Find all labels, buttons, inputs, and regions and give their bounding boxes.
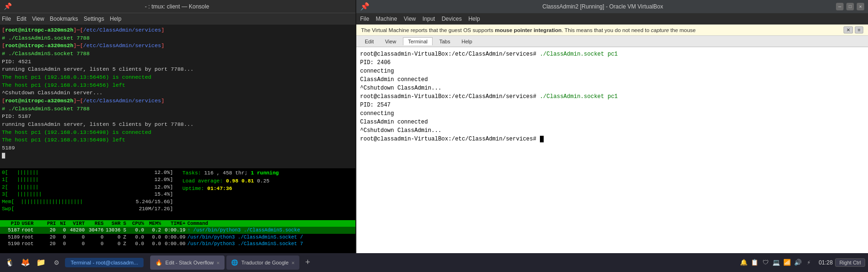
vbox-menu-view[interactable]: View xyxy=(404,16,416,22)
vbox-pin-icon: 📌 xyxy=(360,2,370,11)
tab-label-google-translate: Traductor de Google xyxy=(241,260,289,265)
vbox-menu-devices[interactable]: Devices xyxy=(442,16,462,22)
menu-settings[interactable]: Settings xyxy=(84,16,104,22)
system-clock: 01:28 xyxy=(819,259,833,266)
tray-icon-notification[interactable]: 🔔 xyxy=(739,258,748,267)
tab-icon-stackoverflow: 🔥 xyxy=(155,259,162,266)
tab-close-google-translate[interactable]: ✕ xyxy=(291,260,295,266)
tray-icon-network[interactable]: 📶 xyxy=(782,258,792,267)
taskbar-right: 🔔 📋 🛡 💻 📶 🔊 ⚡ 01:28 Right Ctrl xyxy=(739,258,865,267)
vbox-menubar: File Machine View Input Devices Help xyxy=(356,13,868,25)
vbox-window-controls: — □ ✕ xyxy=(836,3,864,10)
terminal-line: The host pc1 (192.168.0.13:56498) is con… xyxy=(2,129,354,137)
menu-file[interactable]: File xyxy=(2,16,11,22)
notification-close-buttons: ✕ ≡ xyxy=(844,26,863,33)
vbox-menu-machine[interactable]: Machine xyxy=(376,16,397,22)
vm-terminal-line: ClassAdmin connected xyxy=(360,118,864,126)
taskbar-terminal-button[interactable]: Terminal - root@classadm... xyxy=(65,258,144,267)
htop-mem-row: Mem[ |||||||||||||||||||| 5.24G/15.6G] xyxy=(2,198,173,206)
vm-terminal-line: root@classadmin-VirtualBox:/etc/ClassAdm… xyxy=(360,92,864,101)
taskbar-left-icons: 🐧 🦊 📁 ⚙ Terminal - root@classadm... xyxy=(3,256,144,270)
tab-close-stackoverflow[interactable]: ✕ xyxy=(217,260,220,266)
taskbar-app-icon-3[interactable]: 📁 xyxy=(34,256,48,270)
vm-terminal-line: root@classadmin-VirtualBox:/etc/ClassAdm… xyxy=(360,50,864,58)
proc-row[interactable]: 5187 root 20 0 48280 30476 13036 S 0.0 0… xyxy=(0,227,355,233)
terminal-line: # ./ClassAdminS.socket 7788 xyxy=(2,50,354,58)
menu-bookmarks[interactable]: Bookmarks xyxy=(50,16,78,22)
inner-tab-edit[interactable]: Edit xyxy=(360,38,378,45)
vbox-titlebar: 📌 ClasssAdmin2 [Running] - Oracle VM Vir… xyxy=(356,0,868,13)
left-title: - : tmux: client — Konsole xyxy=(12,3,342,10)
proc-header: PID USER PRI NI VIRT RES SHR S CPU% MEM%… xyxy=(0,220,355,227)
vbox-title: ClasssAdmin2 [Running] - Oracle VM Virtu… xyxy=(370,3,836,10)
terminal-line: [root@nitropc-a320ms2h]─[/etc/ClassAdmin… xyxy=(2,97,354,105)
vm-terminal-line: connecting xyxy=(360,109,864,118)
menu-help[interactable]: Help xyxy=(110,16,121,22)
left-menubar: File Edit View Bookmarks Settings Help xyxy=(0,13,355,25)
menu-view[interactable]: View xyxy=(32,16,44,22)
terminal-line: [root@nitropc-a320ms2h]─[/etc/ClassAdmin… xyxy=(2,26,354,34)
firefox-tab-google-translate[interactable]: 🌐 Traductor de Google ✕ xyxy=(226,256,299,270)
vm-terminal-line: PID: 2406 xyxy=(360,58,864,67)
terminal-area: [root@nitropc-a320ms2h]─[/etc/ClassAdmin… xyxy=(0,25,355,272)
vbox-menu-input[interactable]: Input xyxy=(423,16,435,22)
right-panel: 📌 ClasssAdmin2 [Running] - Oracle VM Vir… xyxy=(356,0,868,272)
htop-area[interactable]: 0[ ||||||| 12.0%] 1[ ||||||| 12.0 xyxy=(0,168,355,220)
taskbar-app-icon-4[interactable]: ⚙ xyxy=(49,256,64,270)
vm-terminal-line: root@classadmin-VirtualBox:/etc/ClassAdm… xyxy=(360,135,864,143)
tray-icon-shield[interactable]: 🛡 xyxy=(761,258,770,267)
firefox-tab-stackoverflow[interactable]: 🔥 Edit - Stack Overflow ✕ xyxy=(150,256,224,270)
terminal-line: 5189 xyxy=(2,144,354,152)
taskbar-app-icon-1[interactable]: 🐧 xyxy=(3,256,17,270)
notification-menu-btn[interactable]: ≡ xyxy=(855,26,863,33)
terminal-line: PID: 4521 xyxy=(2,58,354,66)
inner-tab-help[interactable]: Help xyxy=(457,38,477,45)
htop-row-2: 2[ ||||||| 12.0%] xyxy=(2,184,173,191)
terminal-line: # ./ClassAdminS.socket 7788 xyxy=(2,105,354,113)
vm-terminal-line: PID: 2547 xyxy=(360,101,864,109)
tray-icon-display[interactable]: 💻 xyxy=(772,258,781,267)
tray-icon-clipboard[interactable]: 📋 xyxy=(750,258,759,267)
vbox-menu-file[interactable]: File xyxy=(360,16,369,22)
pin-icon: 📌 xyxy=(4,2,12,10)
terminal-line: # ./ClassAdminS.socket 7788 xyxy=(2,34,354,42)
notification-close-btn[interactable]: ✕ xyxy=(844,26,853,33)
vm-terminal[interactable]: root@classadmin-VirtualBox:/etc/ClassAdm… xyxy=(356,47,868,253)
terminal-output[interactable]: [root@nitropc-a320ms2h]─[/etc/ClassAdmin… xyxy=(0,25,355,168)
terminal-line: running ClassAdmin server, listen 5 clie… xyxy=(2,121,354,129)
minimize-button[interactable]: — xyxy=(836,3,844,10)
htop-swp-row: Swp[ 210M/17.2G] xyxy=(2,206,173,213)
vm-terminal-line: ClassAdmin connected xyxy=(360,75,864,84)
terminal-line: ^Cshutdown ClassAdmin server... xyxy=(2,89,354,97)
firefox-bottom-bar: 🐧 🦊 📁 ⚙ Terminal - root@classadm... 🔥 Ed… xyxy=(0,253,868,272)
inner-tab-tabs[interactable]: Tabs xyxy=(434,38,455,45)
terminal-line: █ xyxy=(2,152,354,160)
right-ctrl-label[interactable]: Right Ctrl xyxy=(835,258,865,267)
maximize-button[interactable]: □ xyxy=(846,3,854,10)
menu-edit[interactable]: Edit xyxy=(16,16,26,22)
htop-row-3: 3[ |||||||| 15.4%] xyxy=(2,191,173,198)
terminal-line: PID: 5187 xyxy=(2,113,354,121)
vbox-menu-help[interactable]: Help xyxy=(468,16,480,22)
vm-terminal-line: connecting xyxy=(360,67,864,75)
tray-icon-volume[interactable]: 🔊 xyxy=(793,258,803,267)
left-panel: 📌 - : tmux: client — Konsole File Edit V… xyxy=(0,0,355,272)
vbox-inner-tabs: Edit View Terminal Tabs Help xyxy=(356,36,868,47)
left-titlebar: 📌 - : tmux: client — Konsole xyxy=(0,0,355,13)
close-button[interactable]: ✕ xyxy=(857,3,864,10)
proc-row[interactable]: 5189 root 20 0 0 0 0 Z 0.0 0.0 0:00.09 /… xyxy=(0,234,355,240)
taskbar-app-icon-2[interactable]: 🦊 xyxy=(18,256,32,270)
terminal-line: The host pc1 (192.168.0.13:56456) is con… xyxy=(2,74,354,82)
tab-label-stackoverflow: Edit - Stack Overflow xyxy=(165,260,214,265)
taskbar-terminal-label: Terminal - root@classadm... xyxy=(71,260,138,265)
vbox-notification-bar: The Virtual Machine reports that the gue… xyxy=(356,25,868,36)
terminal-line: The host pc1 (192.168.0.13:56498) left xyxy=(2,136,354,144)
new-tab-button[interactable]: + xyxy=(301,256,314,269)
proc-row[interactable]: 5190 root 20 0 0 0 0 Z 0.0 0.0 0:00.00 /… xyxy=(0,240,355,247)
inner-tab-view[interactable]: View xyxy=(380,38,401,45)
htop-tasks: Tasks: 116 , 458 thr; 1 running xyxy=(183,169,354,177)
terminal-line: The host pc1 (192.168.0.13:56456) left xyxy=(2,82,354,90)
inner-tab-terminal[interactable]: Terminal xyxy=(403,37,433,45)
tab-icon-google-translate: 🌐 xyxy=(231,259,239,266)
tray-icon-power[interactable]: ⚡ xyxy=(804,258,813,267)
